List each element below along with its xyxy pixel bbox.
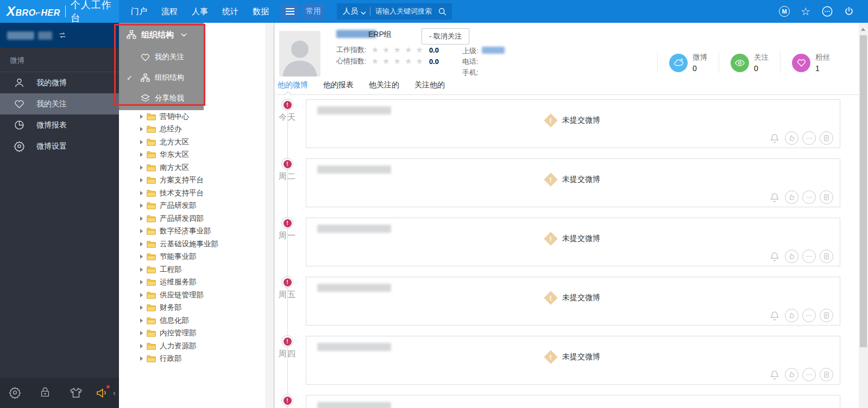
power-icon[interactable] <box>843 5 855 17</box>
bell-icon[interactable] <box>769 369 780 380</box>
thumb-up-icon[interactable] <box>785 190 798 204</box>
thumb-up-icon[interactable] <box>785 250 798 263</box>
chevron-down-icon[interactable] <box>361 7 366 17</box>
message-m-icon[interactable]: M <box>779 6 790 17</box>
nav-item-2[interactable]: 流程 <box>161 7 178 17</box>
tree-scrollbar-track[interactable] <box>265 23 274 408</box>
switch-workspace-icon[interactable] <box>58 31 67 40</box>
expand-caret-icon[interactable] <box>140 293 143 297</box>
expand-caret-icon[interactable] <box>140 242 143 246</box>
stat-heart[interactable]: 粉丝1 <box>780 53 841 73</box>
tree-node-11[interactable]: 云基础设施事业部 <box>119 238 274 251</box>
tree-node-7[interactable]: 技术支持平台 <box>119 187 274 200</box>
search-icon[interactable] <box>438 7 452 16</box>
tree-node-13[interactable]: 工程部 <box>119 263 274 276</box>
expand-caret-icon[interactable] <box>140 203 143 208</box>
bell-icon[interactable] <box>769 133 780 144</box>
tree-node-1[interactable]: 营销中心 <box>119 110 274 123</box>
more-ellipsis-icon[interactable] <box>802 190 816 204</box>
collapse-sidebar-arrow[interactable]: ‹ <box>113 388 116 397</box>
nav-item-4[interactable]: 统计 <box>222 7 238 17</box>
expand-caret-icon[interactable] <box>140 344 143 348</box>
tree-node-8[interactable]: 产品研发部 <box>119 200 274 213</box>
quick-access-button[interactable]: 常用 <box>303 3 324 20</box>
tree-node-10[interactable]: 数字经济事业部 <box>119 225 274 238</box>
more-ellipsis-icon[interactable] <box>802 250 816 263</box>
expand-caret-icon[interactable] <box>140 356 143 361</box>
announcement-icon[interactable] <box>96 386 109 399</box>
document-icon[interactable] <box>820 190 833 204</box>
tree-node-14[interactable]: 运维服务部 <box>119 276 274 289</box>
expand-caret-icon[interactable] <box>140 280 143 284</box>
tree-mode-option-3[interactable]: 分享给我 <box>119 88 204 109</box>
nav-item-5[interactable]: 数据 <box>253 7 269 17</box>
bell-icon[interactable] <box>769 310 780 321</box>
search-category-select[interactable]: 人员 <box>337 7 358 16</box>
thumb-up-icon[interactable] <box>785 131 798 145</box>
expand-caret-icon[interactable] <box>140 254 143 259</box>
expand-caret-icon[interactable] <box>140 152 143 157</box>
tab-4[interactable]: 关注他的 <box>414 80 445 94</box>
document-icon[interactable] <box>820 250 833 263</box>
more-circle-icon[interactable] <box>821 5 833 17</box>
expand-caret-icon[interactable] <box>140 318 143 323</box>
expand-caret-icon[interactable] <box>140 178 143 182</box>
tree-mode-option-1[interactable]: 我的关注 <box>119 47 204 67</box>
scrollbar-up-arrow[interactable] <box>861 28 865 31</box>
tab-3[interactable]: 他关注的 <box>369 80 399 94</box>
thumb-up-icon[interactable] <box>785 309 798 322</box>
document-icon[interactable] <box>820 131 833 145</box>
expand-caret-icon[interactable] <box>140 305 143 310</box>
tab-2[interactable]: 他的报表 <box>323 80 354 94</box>
settings-icon[interactable] <box>9 386 22 399</box>
document-icon[interactable] <box>820 368 833 381</box>
document-icon[interactable] <box>820 309 833 322</box>
expand-caret-icon[interactable] <box>140 216 143 221</box>
tree-node-19[interactable]: 人力资源部 <box>119 340 274 353</box>
logo-zone[interactable]: XBRO⌐HER 个人工作台 <box>0 0 119 23</box>
expand-caret-icon[interactable] <box>140 331 143 335</box>
tree-node-4[interactable]: 华东大区 <box>119 149 274 162</box>
tab-1[interactable]: 他的微博 <box>278 80 308 94</box>
stat-eye[interactable]: 关注0 <box>719 53 780 73</box>
menu-hamburger-button[interactable] <box>281 3 299 20</box>
stat-weibo[interactable]: 微博0 <box>657 53 719 73</box>
tree-node-16[interactable]: 财务部 <box>119 302 274 315</box>
tree-node-20[interactable]: 行政部 <box>119 353 274 366</box>
more-ellipsis-icon[interactable] <box>802 368 816 381</box>
expand-caret-icon[interactable] <box>140 165 143 170</box>
thumb-up-icon[interactable] <box>785 368 798 381</box>
sidebar-item-1[interactable]: 我的微博 <box>0 72 119 93</box>
sidebar-item-4[interactable]: 微博设置 <box>0 136 119 157</box>
tree-mode-option-2[interactable]: ✓组织结构 <box>119 67 204 88</box>
tree-node-6[interactable]: 方案支持平台 <box>119 174 274 187</box>
tree-mode-selector[interactable]: 组织结构 <box>119 23 204 47</box>
sidebar-item-3[interactable]: 微博报表 <box>0 114 119 136</box>
sidebar-item-2[interactable]: 我的关注 <box>0 93 119 114</box>
page-scrollbar[interactable] <box>859 23 868 408</box>
expand-caret-icon[interactable] <box>140 140 143 144</box>
work-index-stars[interactable]: ★★★★★ <box>372 45 427 55</box>
favorite-star-icon[interactable]: ☆ <box>800 5 812 17</box>
expand-caret-icon[interactable] <box>140 114 143 119</box>
lock-icon[interactable] <box>39 386 52 399</box>
tree-node-15[interactable]: 供应链管理部 <box>119 289 274 302</box>
expand-caret-icon[interactable] <box>140 127 143 131</box>
expand-caret-icon[interactable] <box>140 229 143 233</box>
scrollbar-thumb[interactable] <box>860 35 867 347</box>
tree-node-9[interactable]: 产品研发四部 <box>119 212 274 225</box>
tree-node-5[interactable]: 南方大区 <box>119 161 274 174</box>
nav-item-1[interactable]: 门户 <box>131 7 147 17</box>
nav-item-3[interactable]: 人事 <box>192 7 208 17</box>
mood-index-stars[interactable]: ★★★★★ <box>372 56 427 66</box>
bell-icon[interactable] <box>769 251 780 262</box>
bell-icon[interactable] <box>769 192 780 203</box>
tree-node-3[interactable]: 北方大区 <box>119 136 274 149</box>
tree-node-18[interactable]: 内控管理部 <box>119 327 274 340</box>
tree-node-17[interactable]: 信息化部 <box>119 314 274 327</box>
unfollow-button[interactable]: - 取消关注 <box>422 28 469 44</box>
search-input[interactable]: 请输入关键词搜索 <box>370 7 438 16</box>
more-ellipsis-icon[interactable] <box>802 131 816 145</box>
tree-node-2[interactable]: 总经办 <box>119 123 274 136</box>
expand-caret-icon[interactable] <box>140 191 143 195</box>
